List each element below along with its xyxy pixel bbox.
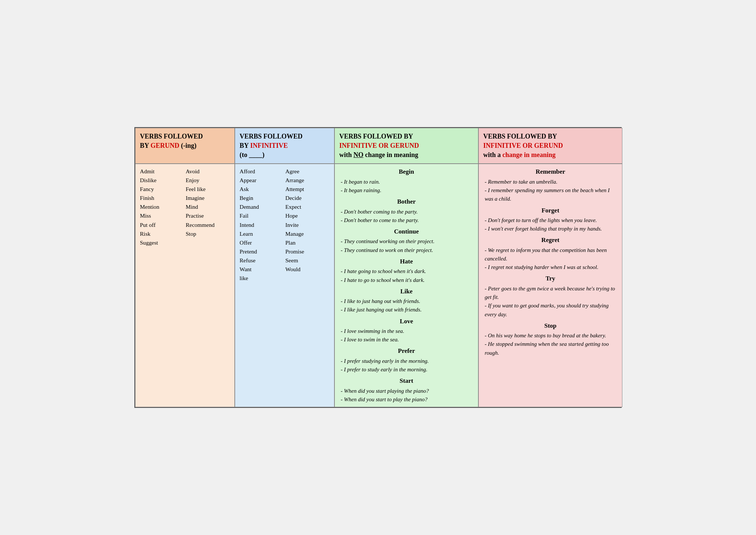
list-item: Hope bbox=[285, 211, 330, 220]
list-item: Fail bbox=[240, 211, 284, 220]
example: - When did you start to play the piano? bbox=[341, 395, 474, 404]
col2-header-red: INFINITIVE bbox=[250, 142, 288, 149]
example: - I like just hanging out with friends. bbox=[341, 306, 474, 314]
example: - Peter goes to the gym twice a week bec… bbox=[485, 284, 618, 302]
list-item: Want bbox=[240, 265, 284, 274]
example: - Don't bother coming to the party. bbox=[341, 208, 474, 216]
list-item: Promise bbox=[285, 247, 330, 256]
list-item: Enjoy bbox=[186, 176, 230, 185]
section-title-start: Start bbox=[339, 376, 474, 386]
list-item: Demand bbox=[240, 202, 284, 211]
list-item: Would bbox=[285, 265, 330, 274]
col4-header: VERBS FOLLOWED BYINFINITIVE OR GERUNDwit… bbox=[478, 128, 622, 164]
col4-body: Remember - Remember to take an umbrella.… bbox=[478, 164, 622, 407]
section-title-love: Love bbox=[339, 317, 474, 326]
example: - Don't bother to come to the party. bbox=[341, 216, 474, 225]
col2-header: VERBS FOLLOWEDBY INFINITIVE(to ____) bbox=[235, 128, 334, 164]
list-item: Afford bbox=[240, 167, 284, 176]
list-item: Ask bbox=[240, 185, 284, 194]
example: - I prefer to study early in the morning… bbox=[341, 365, 474, 374]
list-item: Put off bbox=[140, 221, 184, 229]
example: - They continued working on their projec… bbox=[341, 237, 474, 246]
example: - I prefer studying early in the morning… bbox=[341, 357, 474, 365]
list-item: Seem bbox=[285, 256, 330, 265]
col2-body: Afford Appear Ask Begin Demand Fail Inte… bbox=[235, 164, 334, 407]
col3-no: NO bbox=[354, 151, 364, 159]
list-item: Admit bbox=[140, 167, 184, 176]
list-item: Attempt bbox=[285, 185, 330, 194]
list-item: Arrange bbox=[285, 176, 330, 185]
list-item: Offer bbox=[240, 238, 284, 247]
example: - I regret not studying harder when I wa… bbox=[485, 263, 618, 272]
list-item: Imagine bbox=[186, 194, 230, 202]
col1-left-words: Admit Dislike Fancy Finish Mention Miss … bbox=[140, 167, 184, 247]
example: - Remember to take an umbrella. bbox=[485, 178, 618, 186]
example: - Don't forget to turn off the lights wh… bbox=[485, 216, 618, 225]
list-item: Learn bbox=[240, 229, 284, 238]
main-table: VERBS FOLLOWEDBY GERUND (-ing) VERBS FOL… bbox=[134, 127, 622, 408]
section-title-continue: Continue bbox=[339, 227, 474, 236]
col4-header-red: INFINITIVE OR GERUND bbox=[483, 142, 563, 149]
col3-header: VERBS FOLLOWED BYINFINITIVE OR GERUNDwit… bbox=[334, 128, 478, 164]
list-item: Mind bbox=[186, 202, 230, 211]
example: - I like to just hang out with friends. bbox=[341, 297, 474, 306]
list-item: Avoid bbox=[186, 167, 230, 176]
example: - It began to rain. bbox=[341, 178, 474, 186]
example: - When did you start playing the piano? bbox=[341, 387, 474, 395]
list-item: Decide bbox=[285, 194, 330, 202]
example: - I won't ever forget holding that troph… bbox=[485, 225, 618, 233]
example: - I remember spending my summers on the … bbox=[485, 186, 618, 204]
col2-right-words: Agree Arrange Attempt Decide Expect Hope… bbox=[285, 167, 330, 282]
section-title-regret: Regret bbox=[483, 235, 618, 245]
list-item: Dislike bbox=[140, 176, 184, 185]
list-item: Feel like bbox=[186, 185, 230, 194]
example: - It began raining. bbox=[341, 186, 474, 195]
section-title-try: Try bbox=[483, 274, 618, 283]
section-title-remember: Remember bbox=[483, 167, 618, 177]
col1-header: VERBS FOLLOWEDBY GERUND (-ing) bbox=[135, 128, 235, 164]
list-item: Miss bbox=[140, 211, 184, 220]
list-item: Begin bbox=[240, 194, 284, 202]
section-title-hate: Hate bbox=[339, 257, 474, 266]
list-item: Plan bbox=[285, 238, 330, 247]
list-item: Suggest bbox=[140, 238, 184, 247]
example: - I hate to go to school when it's dark. bbox=[341, 276, 474, 284]
list-item: Agree bbox=[285, 167, 330, 176]
section-title-stop: Stop bbox=[483, 321, 618, 331]
list-item: Pretend bbox=[240, 247, 284, 256]
example: - We regret to inform you that the compe… bbox=[485, 246, 618, 263]
list-item: Mention bbox=[140, 202, 184, 211]
list-item: Practise bbox=[186, 211, 230, 220]
list-item: Intend bbox=[240, 221, 284, 229]
list-item: like bbox=[240, 274, 284, 283]
example: - They continued to work on their projec… bbox=[341, 246, 474, 255]
col4-header-change: change in meaning bbox=[502, 151, 556, 159]
list-item: Expect bbox=[285, 202, 330, 211]
list-item: Refuse bbox=[240, 256, 284, 265]
example: - If you want to get good marks, you sho… bbox=[485, 301, 618, 319]
col1-word-grid: Admit Dislike Fancy Finish Mention Miss … bbox=[140, 167, 230, 247]
col2-word-grid: Afford Appear Ask Begin Demand Fail Inte… bbox=[240, 167, 330, 282]
section-title-forget: Forget bbox=[483, 206, 618, 215]
example: - I hate going to school when it's dark. bbox=[341, 267, 474, 276]
list-item: Finish bbox=[140, 194, 184, 202]
list-item: Invite bbox=[285, 221, 330, 229]
section-title-bother: Bother bbox=[339, 197, 474, 207]
section-title-like: Like bbox=[339, 287, 474, 296]
col3-body: Begin - It began to rain. - It began rai… bbox=[334, 164, 478, 407]
section-title-prefer: Prefer bbox=[339, 346, 474, 356]
col1-body: Admit Dislike Fancy Finish Mention Miss … bbox=[135, 164, 235, 407]
col2-left-words: Afford Appear Ask Begin Demand Fail Inte… bbox=[240, 167, 284, 282]
section-title-begin: Begin bbox=[339, 167, 474, 177]
list-item: Fancy bbox=[140, 185, 184, 194]
example: - On his way home he stops to buy bread … bbox=[485, 331, 618, 340]
example: - I love swimming in the sea. bbox=[341, 327, 474, 335]
col3-header-red: INFINITIVE OR GERUND bbox=[339, 142, 419, 149]
list-item: Recommend bbox=[186, 221, 230, 229]
list-item: Manage bbox=[285, 229, 330, 238]
example: - He stopped swimming when the sea start… bbox=[485, 340, 618, 357]
example: - I love to swim in the sea. bbox=[341, 335, 474, 344]
col1-right-words: Avoid Enjoy Feel like Imagine Mind Pract… bbox=[186, 167, 230, 247]
list-item: Appear bbox=[240, 176, 284, 185]
col1-header-red: GERUND bbox=[151, 142, 179, 149]
